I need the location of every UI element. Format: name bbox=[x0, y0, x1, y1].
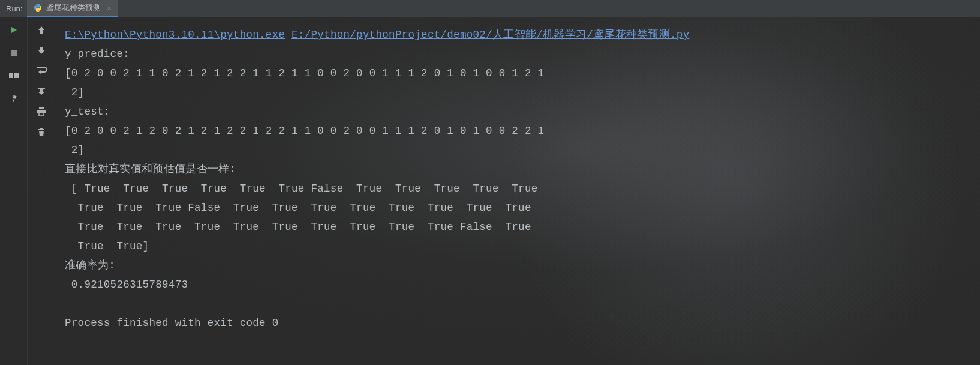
stop-icon[interactable] bbox=[8, 47, 20, 59]
output-line: [ True True True True True True False Tr… bbox=[65, 182, 538, 195]
console-toolbar bbox=[28, 17, 55, 365]
svg-rect-1 bbox=[9, 73, 13, 78]
output-line: [0 2 0 0 2 1 1 0 2 1 2 1 2 2 1 1 2 1 1 0… bbox=[65, 67, 544, 79]
svg-rect-6 bbox=[38, 129, 44, 130]
output-line: True True True True True True True True … bbox=[65, 221, 531, 233]
output-line: 2] bbox=[65, 144, 84, 156]
tab-title: 鸢尾花种类预测 bbox=[46, 2, 101, 13]
rerun-icon[interactable] bbox=[8, 24, 20, 36]
pin-icon[interactable] bbox=[8, 92, 20, 104]
output-line: y_test: bbox=[65, 106, 110, 118]
run-tool-label: Run: bbox=[0, 4, 27, 13]
svg-rect-2 bbox=[14, 73, 19, 78]
python-exe-link[interactable]: E:\Python\Python3.10.11\python.exe bbox=[65, 29, 285, 41]
scroll-down-icon[interactable] bbox=[35, 44, 47, 56]
output-line: 0.9210526315789473 bbox=[65, 279, 188, 291]
output-line: Process finished with exit code 0 bbox=[65, 317, 278, 329]
output-line: 准确率为: bbox=[65, 259, 115, 271]
output-line: True True True False True True True True… bbox=[65, 202, 531, 214]
svg-rect-5 bbox=[39, 113, 44, 116]
svg-rect-0 bbox=[11, 50, 17, 56]
output-line: 2] bbox=[65, 86, 84, 98]
python-file-icon bbox=[33, 3, 43, 13]
console-output[interactable]: E:\Python\Python3.10.11\python.exe E:/Py… bbox=[55, 17, 980, 365]
trash-icon[interactable] bbox=[35, 126, 47, 138]
output-line: 直接比对真实值和预估值是否一样: bbox=[65, 163, 236, 175]
svg-rect-3 bbox=[39, 107, 44, 109]
layout-icon[interactable] bbox=[8, 70, 20, 82]
script-path-link[interactable]: E:/Python/pythonProject/demo02/人工智能/机器学习… bbox=[291, 29, 689, 41]
scroll-up-icon[interactable] bbox=[35, 24, 47, 36]
close-icon[interactable]: × bbox=[107, 4, 112, 13]
soft-wrap-icon[interactable] bbox=[35, 65, 47, 77]
svg-rect-7 bbox=[40, 128, 43, 129]
run-tab-bar: Run: 鸢尾花种类预测 × bbox=[0, 0, 980, 17]
print-icon[interactable] bbox=[35, 106, 47, 118]
output-line: True True] bbox=[65, 240, 149, 252]
output-line: y_predice: bbox=[65, 48, 130, 60]
run-tab[interactable]: 鸢尾花种类预测 × bbox=[27, 0, 118, 17]
output-line: [0 2 0 0 2 1 2 0 2 1 2 1 2 2 1 2 2 1 1 0… bbox=[65, 125, 544, 137]
scroll-to-end-icon[interactable] bbox=[35, 85, 47, 97]
run-toolbar-left bbox=[0, 17, 28, 365]
